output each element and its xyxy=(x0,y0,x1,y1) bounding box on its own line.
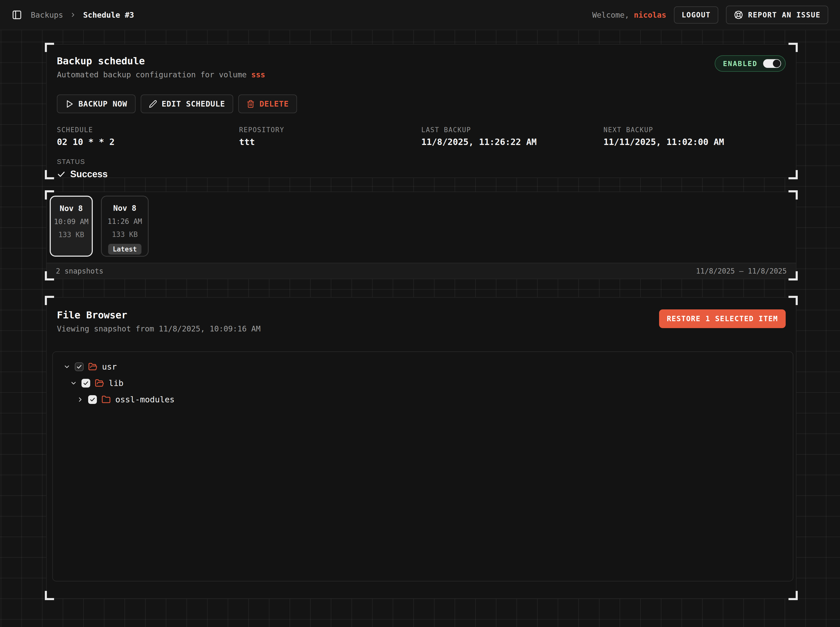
enabled-label: ENABLED xyxy=(723,60,758,68)
panel-title: Backup schedule xyxy=(57,55,265,66)
toggle-knob xyxy=(773,60,780,67)
corner-bracket xyxy=(788,271,798,280)
status-label: STATUS xyxy=(57,158,786,166)
subtitle-prefix: Automated backup configuration for volum… xyxy=(57,70,251,79)
check-icon xyxy=(57,170,66,178)
logout-button[interactable]: LOGOUT xyxy=(674,6,718,24)
status-value: Success xyxy=(57,169,786,180)
corner-bracket xyxy=(45,170,54,179)
tree-node-label: lib xyxy=(109,378,123,388)
field-label: LAST BACKUP xyxy=(421,126,603,134)
checkbox-lib[interactable] xyxy=(82,379,90,388)
snapshot-count: 2 snapshots xyxy=(56,267,103,275)
lifebuoy-icon xyxy=(734,10,744,20)
snapshot-date: Nov 8 xyxy=(60,204,83,213)
field-label: SCHEDULE xyxy=(57,126,239,134)
edit-schedule-button[interactable]: EDIT SCHEDULE xyxy=(141,95,234,113)
snapshot-strip: Nov 8 10:09 AM 133 KB Nov 8 11:26 AM 133… xyxy=(47,192,796,260)
welcome-text: Welcome, nicolas xyxy=(592,11,666,19)
tree-row-ossl-modules[interactable]: ossl-modules xyxy=(53,391,793,408)
corner-bracket xyxy=(45,591,54,600)
field-value: 02 10 * * 2 xyxy=(57,137,239,147)
checkbox-usr[interactable] xyxy=(75,362,84,371)
checkbox-ossl-modules[interactable] xyxy=(88,395,97,404)
logout-label: LOGOUT xyxy=(682,11,711,19)
enabled-toggle[interactable]: ENABLED xyxy=(715,55,786,72)
field-next-backup: NEXT BACKUP 11/11/2025, 11:02:00 AM xyxy=(603,126,786,147)
report-issue-button[interactable]: REPORT AN ISSUE xyxy=(726,6,828,24)
snapshot-footer: 2 snapshots 11/8/2025 – 11/8/2025 xyxy=(47,263,796,279)
status-text: Success xyxy=(70,169,107,180)
corner-bracket xyxy=(788,190,798,200)
corner-bracket xyxy=(45,190,54,200)
snapshot-card-selected[interactable]: Nov 8 10:09 AM 133 KB xyxy=(50,196,93,257)
folder-icon xyxy=(101,395,111,404)
corner-bracket xyxy=(45,296,54,305)
tree-row-lib[interactable]: lib xyxy=(53,375,793,391)
field-label: REPOSITORY xyxy=(239,126,421,134)
play-icon xyxy=(65,100,74,108)
field-repository: REPOSITORY ttt xyxy=(239,126,421,147)
backup-now-button[interactable]: BACKUP NOW xyxy=(57,95,136,113)
file-browser-subtitle: Viewing snapshot from 11/8/2025, 10:09:1… xyxy=(57,324,261,333)
field-label: NEXT BACKUP xyxy=(603,126,786,134)
pencil-icon xyxy=(149,100,157,108)
tree-node-label: usr xyxy=(102,362,117,372)
snapshot-date-range: 11/8/2025 – 11/8/2025 xyxy=(696,267,787,275)
latest-badge: Latest xyxy=(108,244,141,255)
snapshot-date: Nov 8 xyxy=(113,203,136,213)
tree-row-usr[interactable]: usr xyxy=(53,359,793,375)
field-last-backup: LAST BACKUP 11/8/2025, 11:26:22 AM xyxy=(421,126,603,147)
delete-label: DELETE xyxy=(259,99,289,108)
breadcrumb-backups[interactable]: Backups xyxy=(31,11,63,19)
snapshot-size: 133 KB xyxy=(112,230,137,239)
restore-selected-button[interactable]: RESTORE 1 SELECTED ITEM xyxy=(659,309,786,328)
delete-button[interactable]: DELETE xyxy=(238,95,297,113)
breadcrumb: Backups Schedule #3 xyxy=(31,11,134,19)
panel-subtitle: Automated backup configuration for volum… xyxy=(57,70,265,79)
welcome-prefix: Welcome, xyxy=(592,11,629,19)
corner-bracket xyxy=(788,591,798,600)
snapshot-card-latest[interactable]: Nov 8 11:26 AM 133 KB Latest xyxy=(101,196,148,257)
field-value: 11/11/2025, 11:02:00 AM xyxy=(603,137,786,147)
corner-bracket xyxy=(45,271,54,280)
backup-now-label: BACKUP NOW xyxy=(78,99,127,108)
status-block: STATUS Success xyxy=(57,158,786,180)
chevron-right-icon[interactable] xyxy=(76,396,84,403)
report-issue-label: REPORT AN ISSUE xyxy=(748,11,821,19)
topbar: Backups Schedule #3 Welcome, nicolas LOG… xyxy=(0,0,840,30)
tree-node-label: ossl-modules xyxy=(115,395,175,405)
chevron-right-icon xyxy=(70,11,76,18)
folder-open-icon xyxy=(95,378,104,388)
file-browser-panel: File Browser Viewing snapshot from 11/8/… xyxy=(46,297,796,599)
corner-bracket xyxy=(788,296,798,305)
volume-name: sss xyxy=(251,70,265,79)
snapshot-time: 11:26 AM xyxy=(107,217,142,226)
backup-schedule-panel: Backup schedule Automated backup configu… xyxy=(46,44,796,178)
folder-open-icon xyxy=(88,362,97,372)
snapshot-size: 133 KB xyxy=(58,230,84,239)
username: nicolas xyxy=(634,11,666,19)
sidebar-toggle-icon[interactable] xyxy=(12,10,22,20)
corner-bracket xyxy=(45,43,54,52)
field-value: ttt xyxy=(239,137,421,147)
corner-bracket xyxy=(788,43,798,52)
trash-icon xyxy=(246,100,255,108)
field-value: 11/8/2025, 11:26:22 AM xyxy=(421,137,603,147)
breadcrumb-current-page: Schedule #3 xyxy=(83,11,134,19)
corner-bracket xyxy=(788,170,798,179)
edit-schedule-label: EDIT SCHEDULE xyxy=(162,99,225,108)
toggle-switch[interactable] xyxy=(763,59,781,68)
file-browser-title: File Browser xyxy=(57,309,261,321)
chevron-down-icon[interactable] xyxy=(63,363,71,370)
file-tree: usr lib ossl-modules xyxy=(52,351,793,581)
snapshots-panel: Nov 8 10:09 AM 133 KB Nov 8 11:26 AM 133… xyxy=(46,192,796,279)
field-schedule: SCHEDULE 02 10 * * 2 xyxy=(57,126,239,147)
snapshot-time: 10:09 AM xyxy=(54,217,88,226)
chevron-down-icon[interactable] xyxy=(70,380,77,387)
